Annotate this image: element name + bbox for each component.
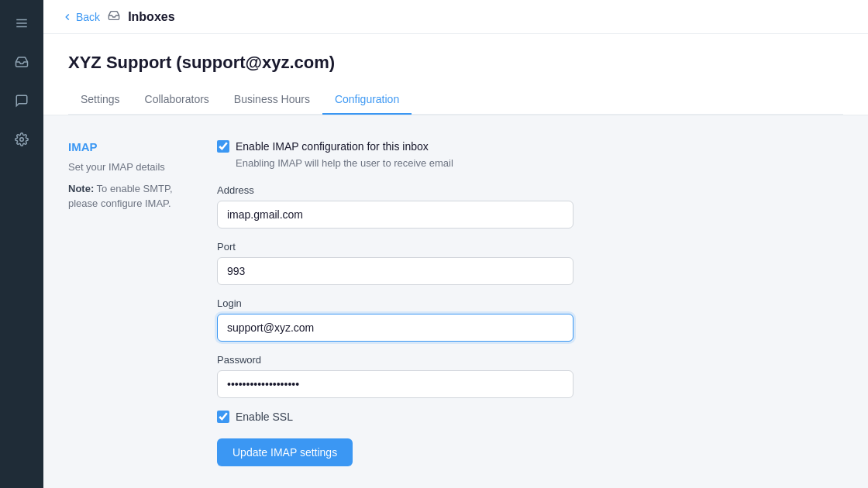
login-group: Login	[217, 297, 589, 342]
back-label: Back	[76, 11, 100, 23]
enable-imap-checkbox[interactable]	[217, 140, 229, 153]
sidebar-inbox-icon[interactable]	[9, 50, 34, 74]
imap-title: IMAP	[68, 140, 192, 153]
enable-imap-row: Enable IMAP configuration for this inbox	[217, 140, 589, 153]
imap-sidebar-info: IMAP Set your IMAP details Note: To enab…	[68, 140, 192, 466]
port-group: Port	[217, 241, 589, 285]
back-chevron-icon	[62, 12, 73, 22]
tab-collaborators[interactable]: Collaborators	[133, 85, 222, 115]
tab-settings[interactable]: Settings	[68, 85, 133, 115]
password-input[interactable]	[217, 370, 574, 398]
page-card: XYZ Support (support@xyz.com) Settings C…	[43, 34, 868, 115]
imap-helper-text: Enabling IMAP will help the user to rece…	[236, 157, 589, 169]
page-title: XYZ Support (support@xyz.com)	[68, 53, 843, 73]
tab-configuration[interactable]: Configuration	[322, 85, 412, 115]
app-sidebar	[0, 0, 43, 488]
imap-description: Set your IMAP details	[68, 160, 192, 175]
password-label: Password	[217, 354, 589, 366]
address-label: Address	[217, 184, 589, 196]
back-button[interactable]: Back	[62, 11, 100, 23]
port-input[interactable]	[217, 257, 574, 285]
sidebar-settings-icon[interactable]	[9, 127, 34, 152]
imap-note: Note: To enable SMTP, please configure I…	[68, 181, 192, 211]
update-imap-button[interactable]: Update IMAP settings	[217, 438, 353, 466]
note-label: Note:	[68, 183, 94, 194]
inbox-topbar-icon	[108, 9, 120, 24]
enable-ssl-checkbox[interactable]	[217, 411, 229, 423]
login-input[interactable]	[217, 314, 574, 342]
login-label: Login	[217, 297, 589, 309]
topbar-title: Inboxes	[128, 10, 174, 24]
sidebar-chat-icon[interactable]	[9, 88, 34, 113]
tabs-bar: Settings Collaborators Business Hours Co…	[68, 85, 843, 115]
main-content: Back Inboxes XYZ Support (support@xyz.co…	[43, 0, 868, 488]
port-label: Port	[217, 241, 589, 253]
tab-business-hours[interactable]: Business Hours	[222, 85, 322, 115]
address-group: Address	[217, 184, 589, 229]
enable-imap-label: Enable IMAP configuration for this inbox	[236, 140, 429, 153]
imap-form: Enable IMAP configuration for this inbox…	[217, 140, 589, 466]
address-input[interactable]	[217, 201, 574, 229]
enable-ssl-label: Enable SSL	[236, 411, 293, 423]
page-header: XYZ Support (support@xyz.com) Settings C…	[43, 34, 868, 115]
enable-ssl-row: Enable SSL	[217, 411, 589, 423]
page-area: XYZ Support (support@xyz.com) Settings C…	[43, 34, 868, 488]
svg-point-3	[20, 138, 24, 142]
topbar: Back Inboxes	[43, 0, 868, 34]
sidebar-menu-icon[interactable]	[9, 11, 34, 36]
content-area: IMAP Set your IMAP details Note: To enab…	[43, 115, 868, 488]
password-group: Password	[217, 354, 589, 398]
